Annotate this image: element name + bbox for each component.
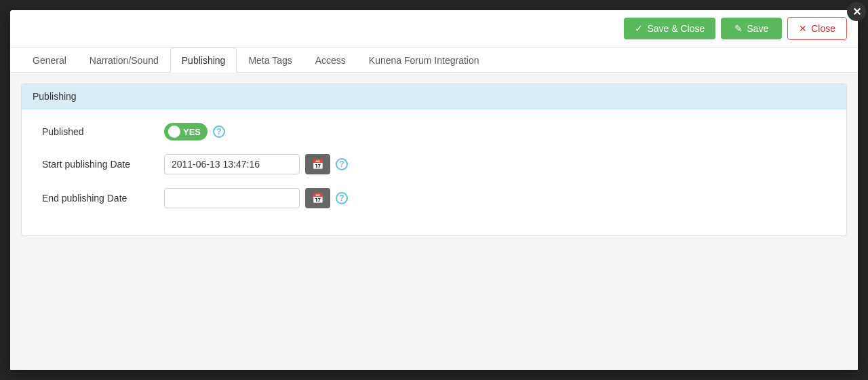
end-date-label: End publishing Date [42, 193, 164, 204]
modal-body: Publishing Published YES ? Sta [10, 73, 858, 370]
save-label: Save [747, 23, 768, 34]
published-controls: YES ? [164, 123, 225, 140]
times-icon: ✕ [799, 23, 807, 34]
save-button[interactable]: ✎ Save [721, 18, 782, 39]
end-date-controls: 📅 ? [164, 188, 348, 208]
published-label: Published [42, 126, 164, 137]
tab-bar: General Narration/Sound Publishing Meta … [10, 48, 858, 73]
calendar-icon: 📅 [312, 193, 323, 204]
tab-kunena-forum-integration[interactable]: Kunena Forum Integration [357, 48, 491, 73]
published-toggle[interactable]: YES [164, 123, 208, 140]
toggle-dot [168, 126, 180, 138]
end-date-input[interactable] [164, 188, 300, 208]
save-and-close-button[interactable]: ✓ Save & Close [624, 18, 715, 39]
panel-header: Publishing [22, 84, 846, 109]
calendar-icon: 📅 [312, 159, 323, 170]
start-date-row: Start publishing Date 📅 ? [42, 154, 826, 174]
publishing-panel: Publishing Published YES ? Sta [21, 83, 847, 236]
close-label: Close [811, 23, 835, 34]
close-button[interactable]: ✕ Close [787, 17, 847, 40]
tab-narration-sound[interactable]: Narration/Sound [78, 48, 170, 73]
tab-access[interactable]: Access [304, 48, 357, 73]
start-date-controls: 📅 ? [164, 154, 348, 174]
end-date-calendar-button[interactable]: 📅 [305, 188, 330, 208]
start-date-input[interactable] [164, 154, 300, 174]
panel-title: Publishing [33, 91, 77, 102]
modal-x-close-button[interactable]: ✕ [847, 2, 866, 21]
published-row: Published YES ? [42, 123, 826, 140]
check-icon: ✓ [635, 23, 643, 34]
toggle-text: YES [183, 127, 201, 137]
tab-general[interactable]: General [21, 48, 78, 73]
tab-publishing[interactable]: Publishing [170, 48, 237, 73]
modal: ✕ ✓ Save & Close ✎ Save ✕ Close General … [10, 10, 858, 370]
end-date-help-icon[interactable]: ? [336, 192, 348, 204]
start-date-help-icon[interactable]: ? [336, 158, 348, 170]
edit-icon: ✎ [734, 23, 743, 34]
tab-meta-tags[interactable]: Meta Tags [237, 48, 303, 73]
start-date-label: Start publishing Date [42, 159, 164, 170]
save-and-close-label: Save & Close [647, 23, 705, 34]
panel-body: Published YES ? Start publishing Date [22, 109, 846, 235]
start-date-calendar-button[interactable]: 📅 [305, 154, 330, 174]
published-help-icon[interactable]: ? [213, 126, 225, 138]
end-date-row: End publishing Date 📅 ? [42, 188, 826, 208]
modal-header: ✓ Save & Close ✎ Save ✕ Close [10, 10, 858, 48]
